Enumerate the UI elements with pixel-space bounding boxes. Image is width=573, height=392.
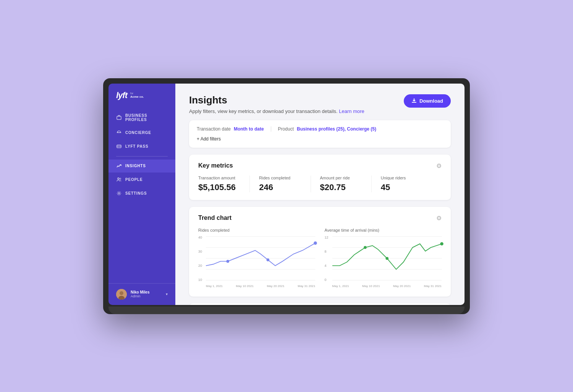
sidebar-item-lyft-pass[interactable]: Lyft Pass (108, 140, 175, 153)
metric-label: Transaction amount (198, 176, 240, 180)
sidebar-divider (116, 156, 168, 156)
metric-label: Amount per ride (320, 176, 362, 180)
page-header: Insights Apply filters, view key metrics… (189, 94, 451, 114)
sidebar-item-people[interactable]: People (108, 173, 175, 186)
settings-icon (116, 191, 121, 196)
sidebar-footer[interactable]: Niko Miles Admin ▾ (108, 283, 175, 305)
filter-transaction-date: Transaction date Month to date (197, 126, 271, 132)
learn-more-link[interactable]: Learn more (339, 108, 364, 114)
sidebar-nav: Business Profiles Concierge (108, 106, 175, 283)
metric-value: 246 (259, 182, 301, 192)
sidebar-item-label: Lyft Pass (125, 144, 149, 148)
avatar (116, 289, 127, 300)
sidebar-item-label: Concierge (125, 131, 151, 135)
lyftpass-icon (116, 144, 121, 149)
metric-amount-per-ride: Amount per ride $20.75 (320, 176, 372, 192)
metric-value: $20.75 (320, 182, 362, 192)
metrics-grid: Transaction amount $5,105.56 Rides compl… (198, 176, 442, 192)
briefcase-icon (116, 115, 121, 120)
trend-chart-settings-icon[interactable]: ⚙ (436, 215, 442, 222)
trend-chart-header: Trend chart ⚙ (198, 215, 442, 222)
trend-chart-card: Trend chart ⚙ Rides completed 40 30 20 (189, 207, 451, 297)
svg-point-4 (117, 178, 119, 179)
transaction-date-label: Transaction date (197, 126, 231, 132)
metric-label: Rides completed (259, 176, 301, 180)
sidebar: lyft for Acme co. (108, 84, 175, 305)
product-value[interactable]: Business profiles (25), Concierge (5) (297, 126, 376, 132)
svg-point-6 (118, 193, 120, 194)
people-icon (116, 177, 121, 182)
metric-value: 45 (381, 182, 423, 192)
sidebar-item-label: People (125, 177, 142, 182)
svg-point-26 (440, 242, 444, 245)
download-button[interactable]: Download (404, 94, 451, 108)
page-title: Insights (189, 94, 364, 106)
svg-point-18 (314, 241, 317, 245)
user-name: Niko Miles (131, 290, 162, 294)
metric-rides-completed: Rides completed 246 (259, 176, 311, 192)
arrival-chart-svg (332, 236, 442, 281)
main-content: Insights Apply filters, view key metrics… (175, 84, 465, 305)
user-role: Admin (131, 294, 162, 298)
download-icon (411, 98, 417, 103)
svg-rect-0 (117, 116, 121, 119)
arrival-chart: Average time of arrival (mins) 12 8 4 0 (325, 228, 442, 289)
metric-label: Unique riders (381, 176, 423, 180)
product-label: Product (278, 126, 294, 132)
key-metrics-header: Key metrics ⚙ (198, 162, 442, 169)
company-name: for Acme co. (130, 92, 144, 99)
sidebar-item-insights[interactable]: Insights (108, 160, 175, 173)
sidebar-item-settings[interactable]: Settings (108, 187, 175, 200)
add-filters-button[interactable]: + Add filters (197, 136, 443, 142)
key-metrics-settings-icon[interactable]: ⚙ (436, 162, 442, 169)
arrival-chart-label: Average time of arrival (mins) (325, 228, 442, 232)
filters-card: Transaction date Month to date Product B… (189, 120, 451, 148)
sidebar-item-label: Business Profiles (125, 113, 168, 122)
key-metrics-card: Key metrics ⚙ Transaction amount $5,105.… (189, 155, 451, 200)
sidebar-item-label: Settings (125, 191, 147, 195)
metric-transaction-amount: Transaction amount $5,105.56 (198, 176, 250, 192)
key-metrics-title: Key metrics (198, 162, 233, 169)
rides-chart: Rides completed 40 30 20 10 (198, 228, 316, 289)
filter-product: Product Business profiles (25), Concierg… (278, 126, 383, 132)
svg-point-8 (120, 291, 123, 295)
svg-point-25 (385, 257, 388, 260)
sidebar-item-concierge[interactable]: Concierge (108, 126, 175, 139)
trend-chart-title: Trend chart (198, 215, 231, 221)
svg-point-24 (364, 246, 367, 249)
filters-row: Transaction date Month to date Product B… (197, 126, 443, 132)
rides-chart-label: Rides completed (198, 228, 316, 232)
concierge-icon (116, 130, 121, 136)
sidebar-item-business-profiles[interactable]: Business Profiles (108, 110, 175, 126)
transaction-table-card: Transaction table ⚙ (189, 303, 451, 305)
page-subtitle: Apply filters, view key metrics, or down… (189, 108, 364, 114)
lyft-logo-icon: lyft (116, 90, 127, 100)
metric-value: $5,105.56 (198, 182, 240, 192)
chevron-down-icon: ▾ (166, 292, 168, 296)
rides-chart-svg (206, 236, 315, 281)
svg-point-5 (120, 178, 121, 179)
svg-point-16 (226, 260, 229, 263)
svg-point-17 (267, 258, 270, 261)
transaction-date-value[interactable]: Month to date (234, 126, 264, 132)
charts-row: Rides completed 40 30 20 10 (198, 228, 442, 289)
user-info: Niko Miles Admin (131, 290, 162, 298)
svg-rect-10 (412, 102, 416, 103)
header-text: Insights Apply filters, view key metrics… (189, 94, 364, 114)
sidebar-logo: lyft for Acme co. (108, 84, 175, 106)
metric-unique-riders: Unique riders 45 (381, 176, 432, 192)
insights-icon (116, 163, 121, 169)
sidebar-item-label: Insights (125, 164, 146, 168)
